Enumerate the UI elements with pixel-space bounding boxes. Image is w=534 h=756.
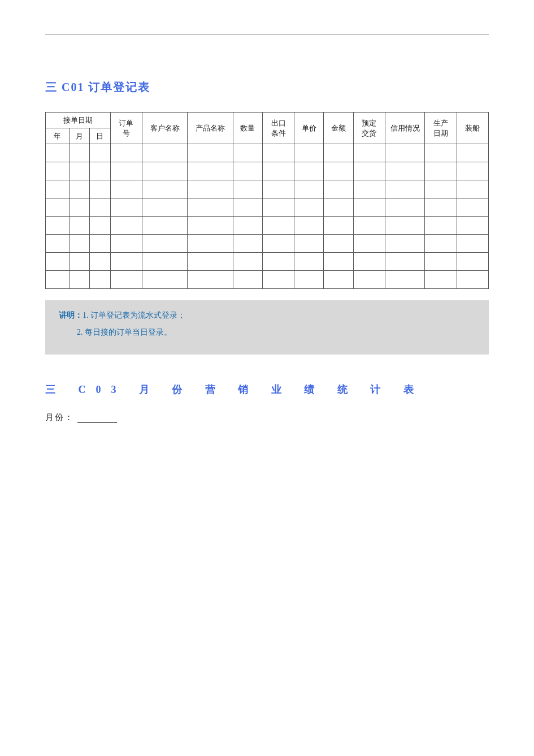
cell-prod-date — [425, 271, 457, 289]
cell-day — [90, 198, 110, 217]
cell-ship — [457, 217, 488, 235]
cell-customer — [142, 144, 187, 162]
cell-quantity — [233, 235, 262, 253]
cell-order-no — [110, 217, 142, 235]
cell-prod-date — [425, 198, 457, 217]
note-text-2: 2. 每日接的订单当日登录。 — [77, 328, 172, 336]
note-line-2: 2. 每日接的订单当日登录。 — [77, 327, 475, 338]
cell-day — [90, 217, 110, 235]
cell-order-no — [110, 180, 142, 198]
cell-product — [188, 217, 233, 235]
cell-prod-date — [425, 217, 457, 235]
cell-amount — [324, 253, 353, 271]
cell-delivery — [353, 271, 385, 289]
cell-amount — [324, 162, 353, 180]
cell-day — [90, 180, 110, 198]
cell-year — [46, 198, 70, 217]
cell-quantity — [233, 198, 262, 217]
section1-title: 三 C01 订单登记表 — [45, 80, 489, 95]
cell-order-no — [110, 253, 142, 271]
cell-order-no — [110, 162, 142, 180]
cell-day — [90, 271, 110, 289]
cell-year — [46, 253, 70, 271]
cell-prod-date — [425, 235, 457, 253]
cell-delivery — [353, 198, 385, 217]
cell-month — [70, 253, 90, 271]
cell-customer — [142, 180, 187, 198]
cell-price — [294, 253, 324, 271]
cell-customer — [142, 198, 187, 217]
table-row — [46, 271, 489, 289]
cell-year — [46, 162, 70, 180]
cell-export — [262, 271, 294, 289]
top-divider — [45, 34, 489, 34]
header-delivery: 预定交货 — [353, 113, 385, 144]
cell-ship — [457, 271, 488, 289]
cell-credit — [385, 180, 425, 198]
cell-price — [294, 198, 324, 217]
cell-customer — [142, 162, 187, 180]
cell-delivery — [353, 144, 385, 162]
cell-month — [70, 235, 90, 253]
cell-customer — [142, 235, 187, 253]
cell-export — [262, 144, 294, 162]
cell-ship — [457, 253, 488, 271]
cell-prod-date — [425, 162, 457, 180]
cell-amount — [324, 271, 353, 289]
cell-product — [188, 198, 233, 217]
cell-export — [262, 162, 294, 180]
cell-year — [46, 235, 70, 253]
note-box: 讲明：1. 订单登记表为流水式登录； 2. 每日接的订单当日登录。 — [45, 300, 489, 355]
month-underline — [77, 422, 117, 423]
cell-order-no — [110, 235, 142, 253]
cell-price — [294, 271, 324, 289]
cell-amount — [324, 217, 353, 235]
cell-product — [188, 253, 233, 271]
cell-ship — [457, 162, 488, 180]
cell-credit — [385, 144, 425, 162]
cell-credit — [385, 253, 425, 271]
cell-export — [262, 180, 294, 198]
cell-prod-date — [425, 253, 457, 271]
table-row — [46, 198, 489, 217]
cell-price — [294, 180, 324, 198]
cell-product — [188, 162, 233, 180]
cell-product — [188, 144, 233, 162]
cell-month — [70, 144, 90, 162]
cell-day — [90, 253, 110, 271]
header-amount: 金额 — [324, 113, 353, 144]
cell-day — [90, 144, 110, 162]
cell-ship — [457, 198, 488, 217]
cell-amount — [324, 144, 353, 162]
cell-delivery — [353, 180, 385, 198]
header-year: 年 — [46, 128, 70, 144]
cell-price — [294, 144, 324, 162]
cell-year — [46, 271, 70, 289]
header-row-1: 接单日期 订单号 客户名称 产品名称 数量 出口条件 单价 金额 预定交货 信用… — [46, 113, 489, 128]
cell-amount — [324, 180, 353, 198]
cell-ship — [457, 180, 488, 198]
cell-order-no — [110, 198, 142, 217]
cell-month — [70, 198, 90, 217]
cell-delivery — [353, 235, 385, 253]
cell-credit — [385, 235, 425, 253]
header-receive-date: 接单日期 — [46, 113, 111, 128]
cell-credit — [385, 198, 425, 217]
cell-delivery — [353, 162, 385, 180]
month-line: 月份： — [45, 412, 489, 423]
header-export-condition: 出口条件 — [262, 113, 294, 144]
cell-order-no — [110, 144, 142, 162]
cell-credit — [385, 217, 425, 235]
header-day: 日 — [90, 128, 110, 144]
cell-quantity — [233, 162, 262, 180]
cell-product — [188, 235, 233, 253]
table-row — [46, 144, 489, 162]
cell-prod-date — [425, 144, 457, 162]
cell-month — [70, 271, 90, 289]
cell-month — [70, 217, 90, 235]
cell-ship — [457, 144, 488, 162]
cell-order-no — [110, 271, 142, 289]
cell-amount — [324, 198, 353, 217]
order-table-wrapper: 接单日期 订单号 客户名称 产品名称 数量 出口条件 单价 金额 预定交货 信用… — [45, 112, 489, 289]
header-customer: 客户名称 — [142, 113, 187, 144]
